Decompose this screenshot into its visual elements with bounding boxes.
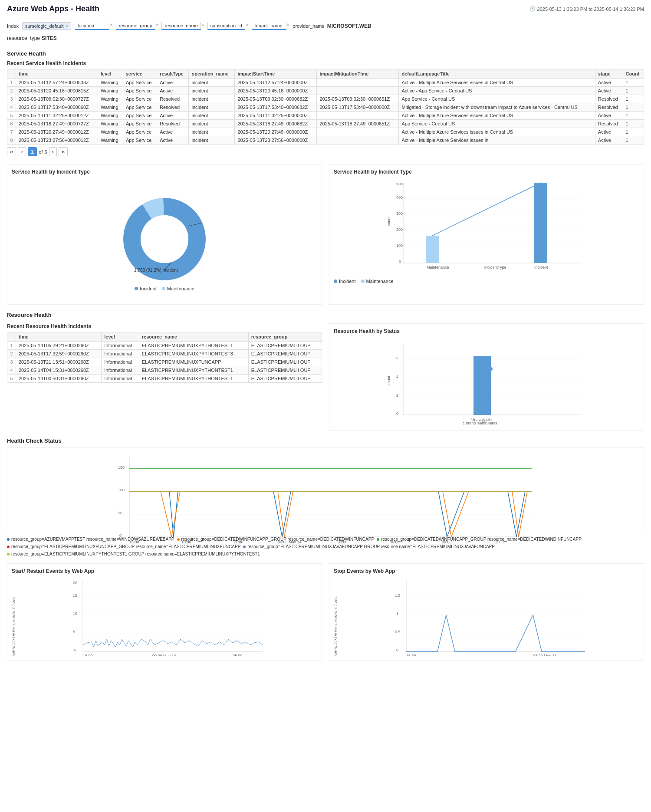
- last-page-btn[interactable]: »: [59, 147, 68, 156]
- table-cell: 2025-05-13T09:02:30+0000682Z: [235, 95, 317, 103]
- svg-text:50: 50: [118, 511, 122, 515]
- table-cell: Active - Multiple Azure Services issues …: [399, 112, 595, 120]
- svg-text:08:00: 08:00: [233, 654, 243, 656]
- table-cell: 1: [623, 79, 644, 87]
- table-cell: incident: [189, 120, 235, 128]
- r-col-time: time: [16, 332, 102, 342]
- service-health-title: Service Health: [7, 50, 644, 57]
- location-input[interactable]: location: [75, 22, 109, 30]
- row-num: 1: [7, 79, 16, 87]
- main-content: Service Health Recent Service Health Inc…: [0, 45, 651, 666]
- table-cell: 2025-05-13T17:53:40+0000860Z: [16, 103, 98, 112]
- table-row: 32025-05-13T09:02:30+0000727ZWarningApp …: [7, 95, 644, 103]
- start-restart-svg: 0 5 10 15 20 16:00 00:00 May 14 08:00: [18, 578, 317, 656]
- table-cell: 1: [623, 87, 644, 95]
- table-cell: 2025-05-13T20:27:49+0000000Z: [235, 128, 317, 136]
- table-cell: Active - Multiple Azure Services issues …: [399, 128, 595, 136]
- table-row: 52025-05-14T00:50:31+0000260ZInformation…: [7, 375, 322, 383]
- donut-chart-container: Service Health by Incident Type 170 (8.8…: [7, 164, 322, 305]
- tenant-input[interactable]: tenant_name: [252, 22, 286, 30]
- current-page-btn[interactable]: 1: [28, 147, 37, 156]
- prev-page-btn[interactable]: ‹: [18, 147, 26, 156]
- table-cell: Warning: [98, 120, 123, 128]
- svg-text:06:00: 06:00: [390, 540, 400, 544]
- col-impact-mit: impactMitigationTime: [317, 69, 399, 79]
- svg-text:400: 400: [396, 195, 403, 200]
- table-cell: Resolved: [595, 120, 623, 128]
- stop-events-title: Stop Events by Web App: [334, 568, 639, 574]
- resource-status-chart: Resource Health by Status 0 2 4 6: [329, 323, 644, 431]
- donut-area: 170 (8.8%) Maintenance 1,763 (91.2%) Inc…: [12, 178, 317, 300]
- table-cell: 2025-05-13T09:02:30+0000727Z: [16, 95, 98, 103]
- table-cell: [317, 128, 399, 136]
- maintenance-dot: [162, 287, 165, 290]
- time-range: 🕐 2025-05-13 1:36:23 PM to 2025-05-14 1:…: [529, 6, 644, 12]
- svg-text:5: 5: [73, 630, 75, 634]
- page-header: Azure Web Apps - Health 🕐 2025-05-13 1:3…: [0, 0, 651, 18]
- resource-table-container: time level resource_name resource_group …: [7, 332, 322, 383]
- table-cell: App Service: [123, 87, 157, 95]
- subscription-input[interactable]: subscription_id: [207, 22, 245, 30]
- table-cell: 2025-05-13T11:32:25+0000012Z: [16, 112, 98, 120]
- index-close-icon[interactable]: ×: [66, 23, 68, 29]
- first-page-btn[interactable]: «: [7, 147, 16, 156]
- col-result-type: resultType: [157, 69, 189, 79]
- svg-text:300: 300: [396, 211, 403, 216]
- svg-rect-19: [426, 236, 439, 263]
- table-cell: 2025-05-13T20:45:16+0000815Z: [16, 87, 98, 95]
- svg-text:09:00: 09:00: [442, 540, 452, 544]
- table-cell: [317, 79, 399, 87]
- table-cell: Warning: [98, 87, 123, 95]
- table-cell: ELASTICPREMIUMLII OUP: [248, 366, 322, 375]
- elastic-linux-dot: [7, 546, 10, 548]
- svg-text:03:00: 03:00: [338, 540, 348, 544]
- stop-events-chart-area: WEBAPP-PREMIUM-WIN DOWS 0 0.5 1 1.5 16:3…: [334, 578, 639, 656]
- table-cell: ELASTICPREMIUMLINUXPYTHONTEST3: [139, 350, 248, 358]
- health-check-title: Health Check Status: [7, 437, 644, 444]
- table-cell: App Service: [123, 136, 157, 145]
- table-row: 42025-05-14T04:15:31+0000260ZInformation…: [7, 366, 322, 375]
- bar-chart-container: Service Health by Incident Type 0 100 20…: [329, 164, 644, 305]
- resource-group-input[interactable]: resource_group: [116, 22, 155, 30]
- legend-incident: Incident: [135, 286, 157, 291]
- event-charts-row: Start/ Restart Events by Web App WEBAPP-…: [7, 563, 644, 661]
- table-cell: incident: [189, 87, 235, 95]
- health-check-section: Health Check Status 0 50 100 150 15:00 1…: [7, 437, 644, 556]
- table-row: 22025-05-13T17:32:59+0000260ZInformation…: [7, 350, 322, 358]
- r-col-level: level: [102, 332, 139, 342]
- table-cell: ELASTICPREMIUMLINUXPYTHONTEST1: [139, 375, 248, 383]
- legend-maintenance: Maintenance: [162, 286, 194, 291]
- resource-name-input[interactable]: resource_name: [161, 22, 201, 30]
- svg-text:04:20 May 14: 04:20 May 14: [533, 654, 557, 656]
- col-impact-start: impactStartTime: [235, 69, 317, 79]
- service-health-charts: Service Health by Incident Type 170 (8.8…: [7, 164, 644, 305]
- svg-point-2: [141, 215, 188, 263]
- table-cell: App Service: [123, 95, 157, 103]
- service-health-table-container: time level service resultType operation_…: [7, 69, 644, 145]
- table-cell: 2025-05-13T12:57:24+0000533Z: [16, 79, 98, 87]
- bar-legend-incident: Incident: [334, 279, 356, 284]
- table-cell: incident: [189, 95, 235, 103]
- table-cell: ELASTICPREMIUMLINUXPYTHONTEST1: [139, 366, 248, 375]
- table-cell: Active: [595, 87, 623, 95]
- svg-text:1,763 (91.2%) Incident: 1,763 (91.2%) Incident: [134, 268, 178, 273]
- table-cell: Active: [595, 112, 623, 120]
- incidents-title: Recent Service Health Incidents: [7, 60, 644, 66]
- resource-health-incidents: Recent Resource Health Incidents time le…: [7, 323, 322, 431]
- table-cell: Informational: [102, 366, 139, 375]
- table-cell: 2025-05-13T11:32:25+0000000Z: [235, 112, 317, 120]
- svg-text:10: 10: [73, 611, 77, 616]
- start-restart-container: Start/ Restart Events by Web App WEBAPP-…: [7, 563, 322, 661]
- service-health-pagination: « ‹ 1 of 6 › »: [7, 145, 644, 159]
- table-cell: App Service: [123, 120, 157, 128]
- table-cell: incident: [189, 136, 235, 145]
- row-num: 4: [7, 103, 16, 112]
- table-cell: Active: [157, 87, 189, 95]
- table-cell: 1: [623, 128, 644, 136]
- svg-text:00:00 May 14: 00:00 May 14: [152, 654, 176, 656]
- table-cell: [317, 112, 399, 120]
- index-tag[interactable]: sumologic_default ×: [22, 22, 71, 30]
- table-cell: 2025-05-13T12:57:24+0000000Z: [235, 79, 317, 87]
- donut-chart-title: Service Health by Incident Type: [12, 169, 317, 175]
- next-page-btn[interactable]: ›: [49, 147, 57, 156]
